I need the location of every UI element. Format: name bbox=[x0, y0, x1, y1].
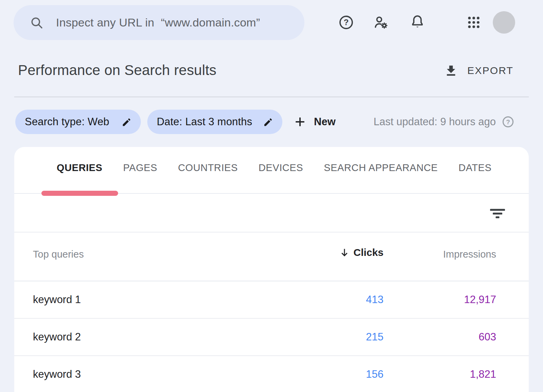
tab-search-appearance[interactable]: SEARCH APPEARANCE bbox=[324, 161, 438, 174]
query-cell: keyword 2 bbox=[33, 331, 81, 343]
last-updated-text: Last updated: 9 hours ago bbox=[374, 116, 496, 128]
help-outline-icon[interactable]: ? bbox=[502, 115, 514, 128]
apps-grid-icon bbox=[466, 15, 481, 30]
export-label: EXPORT bbox=[467, 65, 513, 76]
impressions-cell: 1,821 bbox=[470, 368, 496, 380]
edit-pencil-icon bbox=[121, 117, 132, 127]
search-placeholder: Inspect any URL in “www.domain.com” bbox=[56, 16, 260, 29]
impressions-cell: 603 bbox=[479, 331, 496, 343]
new-button-label: New bbox=[314, 116, 336, 128]
svg-text:?: ? bbox=[344, 18, 349, 27]
active-tab-underline bbox=[41, 191, 118, 196]
help-icon: ? bbox=[338, 15, 354, 30]
column-header-clicks[interactable]: Clicks bbox=[339, 247, 383, 258]
query-table-body: keyword 1 413 12,917 keyword 2 215 603 k… bbox=[14, 281, 529, 392]
export-button[interactable]: EXPORT bbox=[444, 62, 513, 79]
table-row[interactable]: keyword 1 413 12,917 bbox=[14, 281, 529, 319]
clicks-header-label: Clicks bbox=[354, 247, 383, 258]
impressions-cell: 12,917 bbox=[464, 294, 496, 306]
last-updated: Last updated: 9 hours ago ? bbox=[374, 113, 514, 130]
dimension-tabs: QUERIES PAGES COUNTRIES DEVICES SEARCH A… bbox=[57, 161, 492, 174]
column-header-top-queries: Top queries bbox=[33, 249, 84, 260]
search-console-performance-screen: Inspect any URL in “www.domain.com” ? bbox=[0, 0, 543, 392]
settings-button[interactable] bbox=[373, 14, 389, 31]
notifications-button[interactable] bbox=[409, 14, 426, 30]
svg-text:?: ? bbox=[506, 118, 510, 126]
tab-pages[interactable]: PAGES bbox=[123, 161, 157, 174]
tab-countries[interactable]: COUNTRIES bbox=[178, 161, 238, 174]
date-chip-label: Date: Last 3 months bbox=[157, 116, 252, 128]
edit-pencil-icon bbox=[263, 117, 274, 127]
query-cell: keyword 1 bbox=[33, 294, 81, 306]
notifications-icon bbox=[410, 14, 425, 30]
table-top-divider bbox=[14, 232, 529, 232]
column-header-impressions[interactable]: Impressions bbox=[443, 249, 496, 260]
manage-account-icon bbox=[373, 15, 389, 30]
avatar[interactable] bbox=[493, 11, 515, 34]
filter-table-button[interactable] bbox=[489, 208, 506, 220]
header-divider bbox=[14, 96, 529, 97]
search-icon bbox=[30, 16, 44, 30]
performance-report-card: QUERIES PAGES COUNTRIES DEVICES SEARCH A… bbox=[14, 147, 529, 392]
query-cell: keyword 3 bbox=[33, 368, 81, 380]
table-row[interactable]: keyword 2 215 603 bbox=[14, 319, 529, 356]
plus-icon bbox=[294, 116, 306, 128]
download-icon bbox=[444, 63, 458, 78]
page-title: Performance on Search results bbox=[18, 62, 217, 78]
date-filter-chip[interactable]: Date: Last 3 months bbox=[147, 110, 282, 134]
clicks-cell: 156 bbox=[366, 368, 383, 380]
new-filter-button[interactable]: New bbox=[294, 112, 336, 131]
search-type-chip-label: Search type: Web bbox=[25, 116, 109, 128]
help-button[interactable]: ? bbox=[338, 14, 354, 31]
tab-devices[interactable]: DEVICES bbox=[259, 161, 303, 174]
url-inspect-search-input[interactable]: Inspect any URL in “www.domain.com” bbox=[14, 5, 304, 40]
table-row[interactable]: keyword 3 156 1,821 bbox=[14, 356, 529, 392]
tab-queries[interactable]: QUERIES bbox=[57, 161, 102, 174]
search-type-filter-chip[interactable]: Search type: Web bbox=[15, 110, 141, 134]
clicks-cell: 215 bbox=[366, 331, 383, 343]
sort-arrow-down-icon bbox=[339, 247, 350, 258]
clicks-cell: 413 bbox=[366, 294, 383, 306]
tab-dates[interactable]: DATES bbox=[458, 161, 492, 174]
apps-grid-button[interactable] bbox=[466, 14, 482, 31]
filter-list-icon bbox=[489, 208, 506, 220]
